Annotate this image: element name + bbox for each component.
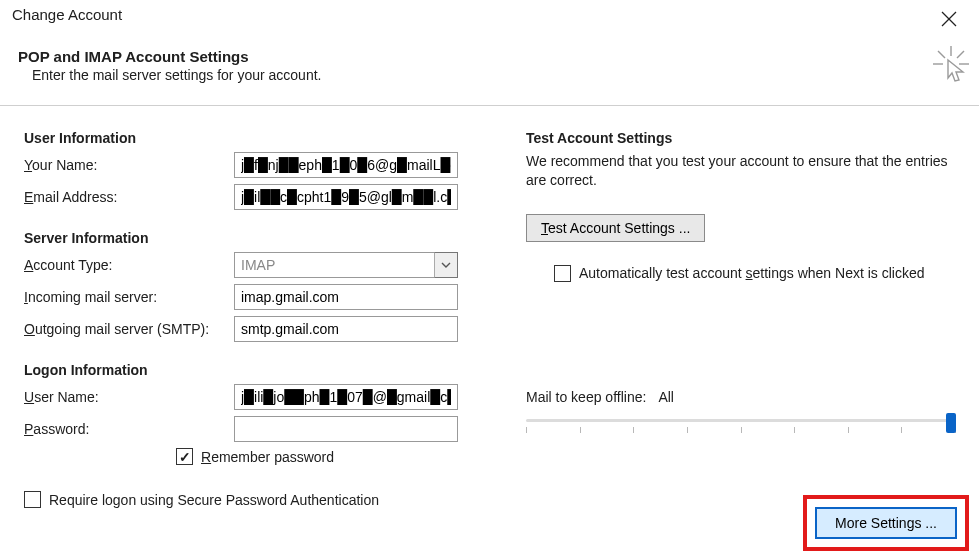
slider-track [526, 419, 956, 422]
close-button[interactable] [929, 6, 969, 36]
close-icon [941, 11, 957, 32]
section-user-info: User Information [24, 130, 484, 146]
your-name-input[interactable] [234, 152, 458, 178]
remember-password-checkbox[interactable] [176, 448, 193, 465]
page-title: POP and IMAP Account Settings [18, 48, 321, 65]
password-label: Password: [24, 421, 234, 437]
section-logon-info: Logon Information [24, 362, 484, 378]
spa-label: Require logon using Secure Password Auth… [49, 492, 379, 508]
account-type-label: Account Type: [24, 257, 234, 273]
remember-password-label: Remember password [201, 449, 334, 465]
test-account-button[interactable]: Test Account Settings ... [526, 214, 705, 242]
email-input[interactable] [234, 184, 458, 210]
outgoing-server-label: Outgoing mail server (SMTP): [24, 321, 234, 337]
section-server-info: Server Information [24, 230, 484, 246]
slider-thumb[interactable] [946, 413, 956, 433]
cursor-decoration-icon [931, 44, 971, 87]
email-label: Email Address: [24, 189, 234, 205]
username-input[interactable] [234, 384, 458, 410]
test-settings-title: Test Account Settings [526, 130, 961, 146]
mail-keep-slider[interactable] [526, 413, 956, 437]
incoming-server-label: Incoming mail server: [24, 289, 234, 305]
outgoing-server-input[interactable] [234, 316, 458, 342]
username-label: User Name: [24, 389, 234, 405]
svg-line-6 [957, 51, 964, 58]
auto-test-checkbox[interactable] [554, 265, 571, 282]
auto-test-label: Automatically test account settings when… [579, 264, 925, 283]
slider-ticks [526, 427, 956, 433]
mail-keep-value: All [658, 389, 674, 405]
svg-line-5 [938, 51, 945, 58]
password-input[interactable] [234, 416, 458, 442]
mail-keep-label: Mail to keep offline: [526, 389, 646, 405]
your-name-label: Your Name: [24, 157, 234, 173]
test-settings-desc: We recommend that you test your account … [526, 152, 961, 190]
more-settings-highlight: More Settings ... [803, 495, 969, 551]
more-settings-button[interactable]: More Settings ... [815, 507, 957, 539]
spa-checkbox[interactable] [24, 491, 41, 508]
window-title: Change Account [12, 6, 122, 23]
account-type-select [234, 252, 458, 278]
incoming-server-input[interactable] [234, 284, 458, 310]
page-subtitle: Enter the mail server settings for your … [18, 67, 321, 83]
